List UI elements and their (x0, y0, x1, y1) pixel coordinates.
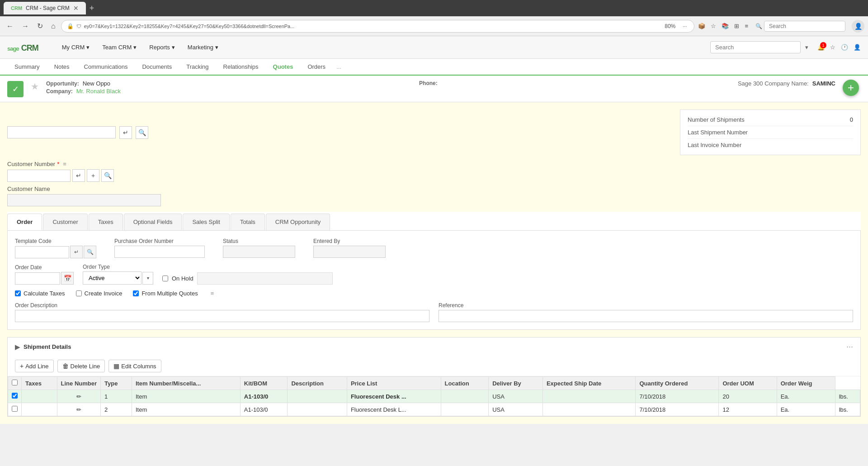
library-icon[interactable]: 📚 (721, 22, 730, 30)
bookmark-star-icon[interactable]: ☆ (710, 22, 717, 30)
template-code-search-button[interactable]: 🔍 (84, 246, 96, 258)
notes-tab[interactable]: Notes (47, 59, 77, 76)
table-body: ✏ 1 Item A1-103/0 Fluorescent Desk ... U… (8, 390, 860, 416)
browser-tab[interactable]: CRM CRM - Sage CRM ✕ (4, 2, 86, 14)
add-record-button[interactable]: + (843, 80, 859, 96)
documents-tab[interactable]: Documents (135, 59, 179, 76)
sage300-value: SAMINC (812, 80, 835, 87)
row1-description: Fluorescent Desk ... (347, 390, 441, 403)
shipment-expand-icon[interactable]: ▶ (15, 343, 20, 351)
order-tab-totals[interactable]: Totals (231, 214, 265, 230)
browser-search-input[interactable] (764, 21, 845, 32)
create-invoice-checkbox[interactable] (76, 290, 82, 296)
purchase-order-input[interactable] (114, 246, 205, 258)
orders-tab[interactable]: Orders (300, 59, 333, 76)
marketing-nav[interactable]: Marketing ▾ (182, 41, 224, 53)
reference-group: Reference 1200 (439, 302, 853, 322)
notification-icon[interactable]: 🔔 1 (817, 44, 825, 51)
synced-tabs-icon[interactable]: ⊞ (733, 22, 740, 30)
edit-columns-button[interactable]: ▦ Edit Columns (108, 360, 161, 372)
relationships-tab[interactable]: Relationships (216, 59, 266, 76)
row2-checkbox[interactable] (12, 406, 18, 412)
create-invoice-item[interactable]: Create Invoice (76, 290, 123, 297)
nav-prev-button[interactable]: ↵ (119, 126, 132, 139)
shipment-more-button[interactable]: ··· (846, 342, 853, 352)
form-top-row: *** NEW *** ↵ 🔍 Number of Shipments 0 La… (7, 109, 861, 155)
summary-tab[interactable]: Summary (7, 59, 47, 76)
zoom-level[interactable]: 80% (662, 22, 678, 30)
favorites-icon[interactable]: ☆ (830, 44, 835, 51)
reports-nav[interactable]: Reports ▾ (144, 41, 180, 53)
calculate-taxes-item[interactable]: Calculate Taxes (15, 290, 65, 297)
favorite-star-icon[interactable]: ★ (31, 81, 39, 92)
from-multiple-quotes-item[interactable]: From Multiple Quotes (133, 290, 198, 297)
customer-number-enter-button[interactable]: ↵ (72, 169, 85, 182)
order-uom-header: Order UOM (719, 377, 777, 390)
reference-input[interactable]: 1200 (439, 310, 853, 322)
row2-item-number: A1-103/0 (240, 403, 288, 416)
order-tab-customer[interactable]: Customer (43, 214, 87, 230)
forward-button[interactable]: → (19, 20, 32, 32)
calendar-button[interactable]: 📅 (61, 272, 74, 285)
row2-checkbox-cell[interactable] (8, 403, 22, 416)
row1-edit-icon[interactable]: ✏ (57, 390, 100, 403)
user-profile-icon[interactable]: 👤 (854, 44, 861, 51)
documents-label: Documents (142, 63, 172, 70)
home-button[interactable]: ⌂ (48, 20, 58, 32)
row2-price-list (441, 403, 489, 416)
reports-label: Reports (149, 44, 170, 51)
url-more-button[interactable]: ··· (681, 23, 689, 30)
entered-by-input[interactable] (313, 246, 386, 258)
customer-number-menu-icon[interactable]: ≡ (63, 161, 66, 167)
tracking-tab[interactable]: Tracking (179, 59, 216, 76)
order-date-input[interactable]: 7/10/2018 (15, 272, 60, 285)
company-link[interactable]: Mr. Ronald Black (76, 88, 121, 95)
form-area: *** NEW *** ↵ 🔍 Number of Shipments 0 La… (0, 102, 868, 424)
customer-number-input[interactable]: 1200 (7, 170, 71, 182)
template-code-input[interactable]: ACTIVE (15, 246, 69, 258)
order-tab-crm-opportunity[interactable]: CRM Opportunity (266, 214, 330, 230)
nav-search-button[interactable]: 🔍 (136, 126, 148, 139)
header-search-input[interactable] (710, 41, 801, 53)
order-description-input[interactable]: Order 001+002 (15, 310, 429, 322)
status-input[interactable] (223, 246, 295, 258)
more-nav-button[interactable]: ... (333, 59, 345, 75)
row2-edit-icon[interactable]: ✏ (57, 403, 100, 416)
order-tab-order[interactable]: Order (7, 214, 42, 230)
team-crm-nav[interactable]: Team CRM ▾ (97, 41, 142, 53)
recent-items-icon[interactable]: 🕐 (841, 44, 848, 51)
customer-name-input[interactable]: Mr. Ronald Black (7, 194, 161, 206)
delete-line-button[interactable]: 🗑 Delete Line (57, 360, 105, 372)
order-tab-taxes[interactable]: Taxes (89, 214, 123, 230)
new-tab-button[interactable]: + (90, 4, 94, 13)
row1-checkbox-cell[interactable] (8, 390, 22, 403)
order-type-select[interactable]: Active Future Standing (83, 271, 142, 285)
select-all-checkbox[interactable] (12, 380, 18, 385)
order-tab-optional-fields[interactable]: Optional Fields (124, 214, 182, 230)
row1-checkbox[interactable] (12, 393, 18, 399)
search-dropdown-button[interactable]: ▾ (805, 44, 808, 51)
from-multiple-quotes-menu-icon[interactable]: ≡ (211, 290, 214, 297)
opportunity-icon[interactable]: ✓ (7, 81, 24, 97)
description-header: Description (288, 377, 347, 390)
calculate-taxes-checkbox[interactable] (15, 290, 21, 296)
tab-close-button[interactable]: ✕ (73, 5, 79, 12)
from-multiple-quotes-checkbox[interactable] (133, 290, 139, 296)
shipments-value: 0 (850, 116, 853, 123)
add-line-button[interactable]: + Add Line (15, 360, 54, 372)
on-hold-checkbox[interactable] (162, 276, 168, 281)
customer-number-search-button[interactable]: 🔍 (101, 169, 114, 182)
open-menu-icon[interactable]: ≡ (744, 22, 749, 30)
new-badge-input[interactable]: *** NEW *** (7, 126, 116, 138)
customer-number-add-button[interactable]: + (87, 169, 99, 182)
address-bar[interactable]: 🔒 🛡 ey0=7&Key1=1322&Key2=18255&Key7=4245… (61, 20, 695, 33)
my-crm-nav[interactable]: My CRM ▾ (57, 41, 95, 53)
refresh-button[interactable]: ↻ (34, 20, 46, 32)
back-button[interactable]: ← (4, 20, 16, 32)
communications-tab[interactable]: Communications (77, 59, 135, 76)
order-tab-sales-split[interactable]: Sales Split (183, 214, 229, 230)
select-all-header[interactable] (8, 377, 22, 390)
extensions-icon[interactable]: 📦 (697, 22, 706, 30)
template-code-enter-button[interactable]: ↵ (70, 246, 83, 258)
quotes-tab[interactable]: Quotes (266, 59, 301, 76)
